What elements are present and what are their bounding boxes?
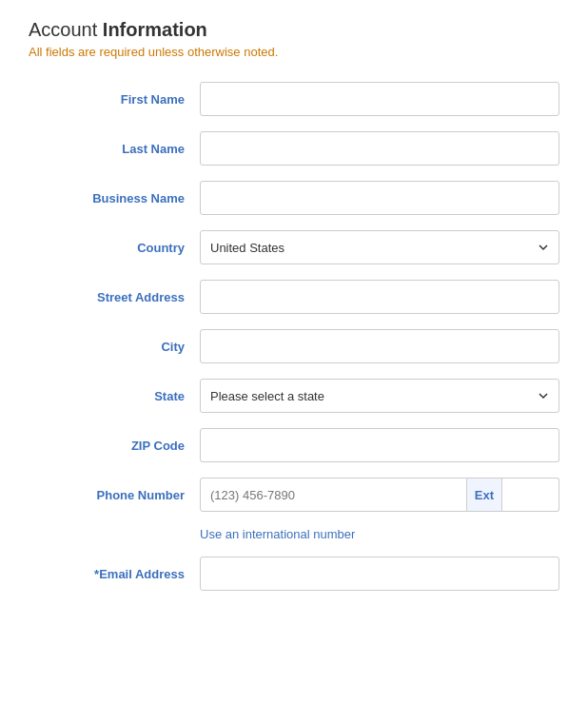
state-select[interactable]: Please select a state Alabama California… <box>200 379 559 413</box>
business-name-label: Business Name <box>29 191 200 205</box>
business-name-input[interactable] <box>200 181 559 215</box>
country-row: Country United States Canada United King… <box>29 230 559 264</box>
phone-input-group: Ext <box>200 478 559 512</box>
last-name-input[interactable] <box>200 131 559 166</box>
page-title: Account Information <box>29 19 559 41</box>
phone-input[interactable] <box>200 478 467 512</box>
street-address-input[interactable] <box>200 280 559 314</box>
street-address-row: Street Address <box>29 280 559 314</box>
country-label: Country <box>29 241 200 255</box>
intl-number-link[interactable]: Use an international number <box>200 527 355 541</box>
first-name-input[interactable] <box>200 82 559 116</box>
ext-label: Ext <box>467 478 502 512</box>
last-name-label: Last Name <box>29 142 200 156</box>
first-name-label: First Name <box>29 92 200 107</box>
ext-input[interactable] <box>502 478 559 512</box>
required-note: All fields are required unless otherwise… <box>29 45 559 59</box>
phone-number-label: Phone Number <box>29 488 200 502</box>
email-row: *Email Address <box>29 557 559 591</box>
city-input[interactable] <box>200 329 559 363</box>
email-label: *Email Address <box>29 567 200 581</box>
city-row: City <box>29 329 559 363</box>
street-address-label: Street Address <box>29 290 200 304</box>
intl-link-row: Use an international number <box>29 527 559 541</box>
email-input[interactable] <box>200 557 559 591</box>
first-name-row: First Name <box>29 82 559 116</box>
city-label: City <box>29 340 200 354</box>
country-select[interactable]: United States Canada United Kingdom <box>200 230 559 264</box>
zip-code-row: ZIP Code <box>29 428 559 462</box>
state-label: State <box>29 389 200 403</box>
phone-number-row: Phone Number Ext <box>29 478 559 512</box>
state-row: State Please select a state Alabama Cali… <box>29 379 559 413</box>
business-name-row: Business Name <box>29 181 559 215</box>
zip-code-input[interactable] <box>200 428 559 462</box>
zip-code-label: ZIP Code <box>29 439 200 453</box>
last-name-row: Last Name <box>29 131 559 166</box>
